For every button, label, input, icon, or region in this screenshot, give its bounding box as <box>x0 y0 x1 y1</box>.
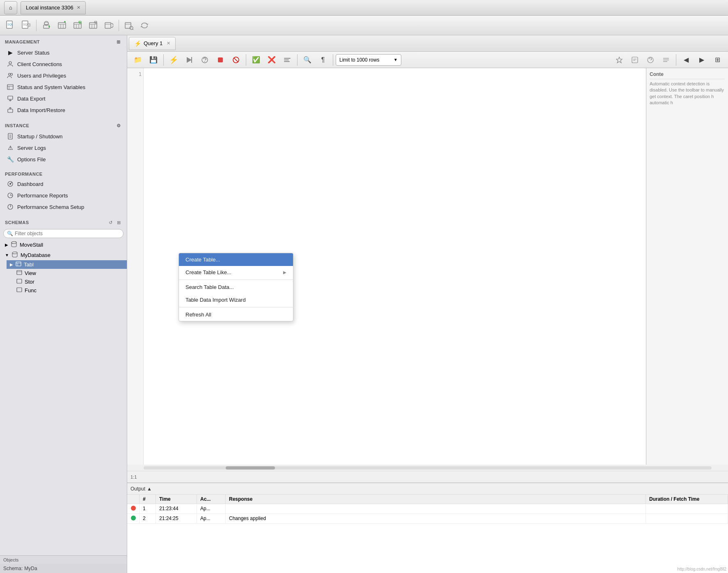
sidebar-item-performance-schema-setup[interactable]: Performance Schema Setup <box>0 201 127 213</box>
sidebar-item-users-privileges[interactable]: Users and Privileges <box>0 70 127 81</box>
sidebar-item-data-import[interactable]: Data Import/Restore <box>0 104 127 116</box>
find-btn[interactable]: 🔍 <box>300 53 315 67</box>
nav-prev-btn[interactable]: ◀ <box>679 53 694 67</box>
schema-search-input[interactable] <box>15 231 120 236</box>
save-file-btn[interactable]: 💾 <box>146 53 161 67</box>
toggle-results-btn[interactable] <box>229 53 243 67</box>
sidebar-item-dashboard[interactable]: Dashboard <box>0 178 127 190</box>
context-menu-search-table-data[interactable]: Search Table Data... <box>179 281 293 293</box>
data-export-label: Data Export <box>17 96 46 102</box>
users-icon <box>7 72 14 79</box>
new-view-btn[interactable] <box>70 18 85 33</box>
context-menu-create-table-like[interactable]: Create Table Like... ▶ <box>179 266 293 279</box>
sidebar-item-server-status[interactable]: ▶ Server Status <box>0 47 127 58</box>
nav-next-btn[interactable]: ▶ <box>694 53 709 67</box>
context-menu-create-table[interactable]: Create Table... <box>179 253 293 266</box>
format-btn[interactable] <box>659 53 673 67</box>
instance-settings-icon[interactable]: ⚙ <box>115 122 122 129</box>
context-menu-table-data-import[interactable]: Table Data Import Wizard <box>179 293 293 306</box>
schema-child-tables[interactable]: ▶ Tabl <box>7 260 127 269</box>
schema-child-stored-procedures[interactable]: Stor <box>7 277 127 286</box>
schema-movestall-chevron: ▶ <box>5 243 8 247</box>
svg-line-31 <box>133 29 133 30</box>
context-menu-refresh-all[interactable]: Refresh All <box>179 308 293 321</box>
schema-search-box[interactable]: 🔍 <box>3 229 124 238</box>
schema-mydatabase[interactable]: ▼ MyDatabase <box>0 250 127 260</box>
schemas-title: SCHEMAS <box>5 220 29 225</box>
performance-title: PERFORMANCE <box>5 172 43 176</box>
new-function-btn[interactable] <box>101 18 116 33</box>
schemas-expand-icon[interactable]: ⊞ <box>115 219 122 226</box>
output-row-2[interactable]: 2 21:24:25 Ap... Changes applied <box>127 514 728 524</box>
sidebar-item-performance-reports[interactable]: Performance Reports <box>0 190 127 201</box>
limit-select[interactable]: Limit to 1000 rows ▼ <box>336 54 401 66</box>
editor-status-bar: 1:1 <box>127 471 728 483</box>
sidebar-item-status-variables[interactable]: Status and System Variables <box>0 81 127 93</box>
home-icon: ⌂ <box>9 5 12 11</box>
stop-btn[interactable] <box>213 53 228 67</box>
execute-sel-btn[interactable] <box>182 53 197 67</box>
home-button[interactable]: ⌂ <box>4 1 17 14</box>
tables-icon <box>16 261 21 268</box>
invisible-chars-btn[interactable]: ¶ <box>316 53 330 67</box>
output-row2-action: Ap... <box>197 514 226 523</box>
context-panel: Conte Automatic context detection is dis… <box>646 68 728 465</box>
output-toolbar: Output ▲ <box>127 483 728 495</box>
execute-btn[interactable]: ⚡ <box>166 53 181 67</box>
beautify-btn[interactable] <box>280 53 295 67</box>
management-expand-icon[interactable]: ⊞ <box>115 39 122 45</box>
revert-btn[interactable]: ❌ <box>264 53 279 67</box>
output-chevron-icon[interactable]: ▲ <box>147 486 152 492</box>
output-row2-time: 21:24:25 <box>156 514 197 523</box>
sidebar-item-startup-shutdown[interactable]: Startup / Shutdown <box>0 131 127 142</box>
cursor-position: 1:1 <box>130 474 137 479</box>
svg-rect-26 <box>105 23 111 28</box>
sidebar-item-client-connections[interactable]: Client Connections <box>0 58 127 70</box>
schema-movestall-label: MoveStall <box>20 242 43 248</box>
svg-text:SQL: SQL <box>23 23 29 26</box>
favorites-btn[interactable] <box>612 53 627 67</box>
sidebar-item-server-logs[interactable]: ⚠ Server Logs <box>0 142 127 154</box>
output-row-1[interactable]: 1 21:23:44 Ap... <box>127 504 728 514</box>
new-procedure-btn[interactable] <box>86 18 101 33</box>
h-scrollbar-track[interactable] <box>144 466 712 470</box>
nav-split-btn[interactable]: ⊞ <box>710 53 725 67</box>
perf-schema-label: Performance Schema Setup <box>17 204 84 210</box>
new-schema-btn[interactable] <box>39 18 54 33</box>
new-sql-btn[interactable]: SQL <box>3 18 18 33</box>
client-connections-label: Client Connections <box>17 61 62 67</box>
context-menu: Create Table... Create Table Like... ▶ S… <box>179 253 293 321</box>
svg-point-5 <box>44 22 48 24</box>
snippets-btn[interactable] <box>627 53 642 67</box>
schemas-refresh-icon[interactable]: ↺ <box>107 219 114 226</box>
data-import-label: Data Import/Restore <box>17 107 65 113</box>
schema-child-views[interactable]: View <box>7 269 127 277</box>
h-scrollbar[interactable] <box>127 465 728 471</box>
explain-btn[interactable] <box>197 53 212 67</box>
reconnect-btn[interactable] <box>137 18 152 33</box>
output-row2-duration <box>646 514 728 523</box>
instance-tab[interactable]: Local instance 3306 ✕ <box>21 1 86 14</box>
new-table-btn[interactable] <box>55 18 69 33</box>
h-scrollbar-thumb[interactable] <box>226 466 275 470</box>
apply-btn[interactable]: ✅ <box>249 53 263 67</box>
query-tab-label: Query 1 <box>144 40 163 46</box>
create-table-label: Create Table... <box>185 257 220 263</box>
query-tab-1[interactable]: ⚡ Query 1 ✕ <box>129 37 176 50</box>
search-table-btn[interactable] <box>121 18 136 33</box>
sidebar-item-options-file[interactable]: 🔧 Options File <box>0 154 127 165</box>
output-col-duration: Duration / Fetch Time <box>646 495 728 504</box>
open-file-btn[interactable]: 📁 <box>130 53 145 67</box>
svg-rect-62 <box>218 57 223 62</box>
query-tab-close[interactable]: ✕ <box>167 41 170 46</box>
schema-child-functions[interactable]: Func <box>7 286 127 295</box>
schema-movestall[interactable]: ▶ MoveStall <box>0 240 127 250</box>
refresh-all-label: Refresh All <box>185 312 211 318</box>
context-help-btn[interactable] <box>643 53 658 67</box>
svg-rect-38 <box>8 96 13 99</box>
users-privileges-label: Users and Privileges <box>17 73 66 79</box>
svg-rect-57 <box>17 288 22 292</box>
sidebar-item-data-export[interactable]: Data Export <box>0 93 127 104</box>
open-sql-btn[interactable]: SQL <box>19 18 34 33</box>
instance-tab-close[interactable]: ✕ <box>77 5 80 10</box>
